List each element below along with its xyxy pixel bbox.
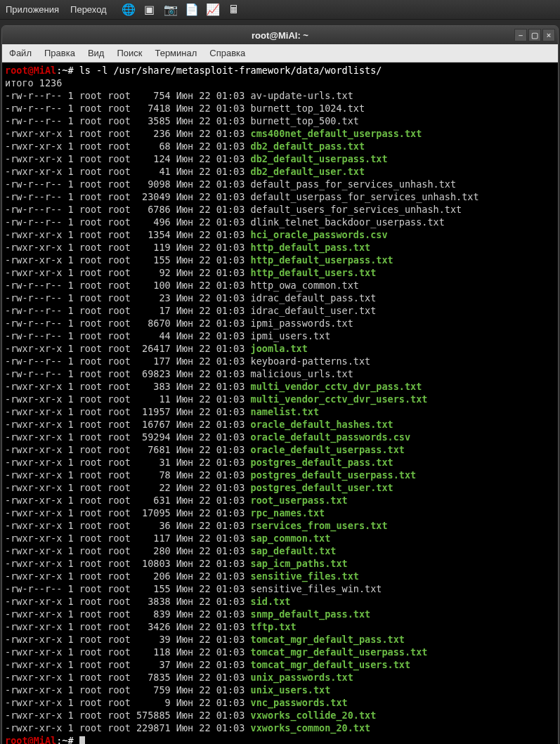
- file-row: -rw-r--r-- 1 root root 6786 Июн 22 01:03…: [5, 203, 555, 216]
- file-name: root_userpass.txt: [251, 495, 348, 506]
- file-row: -rw-r--r-- 1 root root 9098 Июн 22 01:03…: [5, 178, 555, 190]
- file-name: postgres_default_userpass.txt: [251, 469, 417, 481]
- file-row: -rw-r--r-- 1 root root 754 Июн 22 01:03 …: [5, 89, 555, 102]
- close-button[interactable]: ×: [542, 29, 555, 41]
- file-row: -rw-r--r-- 1 root root 100 Июн 22 01:03 …: [5, 279, 555, 292]
- file-row: -rwxr-xr-x 1 root root 16767 Июн 22 01:0…: [5, 418, 555, 431]
- file-name: oracle_default_hashes.txt: [251, 419, 393, 430]
- file-name: postgres_default_user.txt: [251, 482, 393, 493]
- file-name: http_default_pass.txt: [251, 242, 371, 253]
- file-name: db2_default_pass.txt: [251, 141, 365, 152]
- file-row: -rw-r--r-- 1 root root 23049 Июн 22 01:0…: [5, 190, 555, 203]
- file-name: http_default_users.txt: [251, 267, 377, 278]
- camera-icon[interactable]: 📷: [163, 2, 178, 18]
- file-row: -rwxr-xr-x 1 root root 7835 Июн 22 01:03…: [5, 671, 555, 684]
- file-row: -rwxr-xr-x 1 root root 124 Июн 22 01:03 …: [5, 152, 555, 165]
- document-icon[interactable]: 📄: [184, 2, 200, 18]
- menu-edit[interactable]: Правка: [44, 48, 75, 58]
- file-row: -rwxr-xr-x 1 root root 68 Июн 22 01:03 d…: [5, 140, 555, 152]
- total-line: итого 1236: [5, 77, 555, 89]
- file-name: vnc_passwords.txt: [251, 697, 348, 708]
- file-row: -rwxr-xr-x 1 root root 575885 Июн 22 01:…: [5, 709, 555, 722]
- file-name: sensitive_files_win.txt: [251, 583, 382, 594]
- file-row: -rw-r--r-- 1 root root 155 Июн 22 01:03 …: [5, 582, 555, 595]
- file-row: -rwxr-xr-x 1 root root 92 Июн 22 01:03 h…: [5, 266, 555, 279]
- file-name: sap_default.txt: [251, 545, 337, 556]
- window-controls: – ▢ ×: [514, 29, 555, 41]
- file-row: -rwxr-xr-x 1 root root 155 Июн 22 01:03 …: [5, 254, 555, 266]
- file-row: -rw-r--r-- 1 root root 177 Июн 22 01:03 …: [5, 355, 555, 367]
- file-name: http_default_userpass.txt: [251, 254, 393, 266]
- file-name: vxworks_common_20.txt: [251, 722, 371, 733]
- file-row: -rwxr-xr-x 1 root root 11957 Июн 22 01:0…: [5, 405, 555, 418]
- file-row: -rw-r--r-- 1 root root 496 Июн 22 01:03 …: [5, 216, 555, 228]
- prompt-hash: #: [67, 735, 79, 744]
- file-row: -rw-r--r-- 1 root root 17 Июн 22 01:03 i…: [5, 304, 555, 317]
- prompt-user: root@MiAl: [5, 65, 56, 76]
- file-row: -rwxr-xr-x 1 root root 229871 Июн 22 01:…: [5, 722, 555, 734]
- file-name: malicious_urls.txt: [251, 368, 353, 379]
- file-name: default_pass_for_services_unhash.txt: [251, 178, 457, 190]
- terminal-icon[interactable]: ▣: [142, 2, 157, 18]
- panel-apps[interactable]: Приложения: [6, 4, 59, 15]
- file-name: vxworks_collide_20.txt: [251, 710, 377, 721]
- file-name: sid.txt: [251, 596, 291, 607]
- file-row: -rwxr-xr-x 1 root root 280 Июн 22 01:03 …: [5, 544, 555, 557]
- titlebar[interactable]: root@MiAl: ~ – ▢ ×: [2, 26, 558, 44]
- calculator-icon[interactable]: 🖩: [226, 2, 242, 18]
- menu-terminal[interactable]: Терминал: [155, 48, 197, 58]
- menu-search[interactable]: Поиск: [117, 48, 142, 58]
- file-name: rpc_names.txt: [251, 507, 325, 518]
- file-name: oracle_default_userpass.txt: [251, 444, 405, 455]
- file-row: -rwxr-xr-x 1 root root 839 Июн 22 01:03 …: [5, 608, 555, 620]
- file-name: idrac_default_pass.txt: [251, 292, 377, 304]
- file-name: burnett_top_500.txt: [251, 115, 359, 126]
- file-name: dlink_telnet_backdoor_userpass.txt: [251, 216, 445, 228]
- monitor-icon[interactable]: 📈: [205, 2, 221, 18]
- file-row: -rwxr-xr-x 1 root root 7681 Июн 22 01:03…: [5, 443, 555, 456]
- panel-go[interactable]: Переход: [70, 4, 107, 15]
- file-row: -rwxr-xr-x 1 root root 26417 Июн 22 01:0…: [5, 342, 555, 355]
- file-row: -rwxr-xr-x 1 root root 78 Июн 22 01:03 p…: [5, 469, 555, 481]
- maximize-button[interactable]: ▢: [528, 29, 541, 41]
- menu-view[interactable]: Вид: [88, 48, 105, 58]
- file-row: -rwxr-xr-x 1 root root 117 Июн 22 01:03 …: [5, 532, 555, 544]
- file-row: -rw-r--r-- 1 root root 7418 Июн 22 01:03…: [5, 102, 555, 115]
- panel-icons: 🌐 ▣ 📷 📄 📈 🖩: [121, 2, 242, 18]
- prompt-line-2: root@MiAl:~#: [5, 734, 555, 744]
- file-row: -rwxr-xr-x 1 root root 10803 Июн 22 01:0…: [5, 557, 555, 570]
- file-name: multi_vendor_cctv_dvr_pass.txt: [251, 381, 422, 392]
- file-name: ipmi_users.txt: [251, 330, 331, 341]
- menu-file[interactable]: Файл: [9, 48, 32, 58]
- file-row: -rwxr-xr-x 1 root root 11 Июн 22 01:03 m…: [5, 393, 555, 405]
- file-row: -rwxr-xr-x 1 root root 631 Июн 22 01:03 …: [5, 494, 555, 507]
- terminal-body[interactable]: root@MiAl:~# ls -l /usr/share/metasploit…: [2, 63, 558, 744]
- file-row: -rwxr-xr-x 1 root root 39 Июн 22 01:03 t…: [5, 633, 555, 646]
- globe-icon[interactable]: 🌐: [121, 2, 136, 18]
- file-name: default_userpass_for_services_unhash.txt: [251, 191, 479, 202]
- file-name: postgres_default_pass.txt: [251, 457, 393, 468]
- file-row: -rwxr-xr-x 1 root root 17095 Июн 22 01:0…: [5, 507, 555, 519]
- file-name: av-update-urls.txt: [251, 90, 353, 101]
- file-row: -rwxr-xr-x 1 root root 206 Июн 22 01:03 …: [5, 570, 555, 582]
- file-name: db2_default_userpass.txt: [251, 153, 388, 164]
- file-row: -rwxr-xr-x 1 root root 3426 Июн 22 01:03…: [5, 620, 555, 633]
- file-row: -rw-r--r-- 1 root root 3585 Июн 22 01:03…: [5, 115, 555, 127]
- file-row: -rw-r--r-- 1 root root 23 Июн 22 01:03 i…: [5, 292, 555, 304]
- file-name: tftp.txt: [251, 621, 297, 632]
- file-name: cms400net_default_userpass.txt: [251, 128, 422, 139]
- prompt-hash: #: [67, 65, 79, 76]
- minimize-button[interactable]: –: [514, 29, 527, 41]
- file-name: http_owa_common.txt: [251, 280, 359, 291]
- file-name: default_users_for_services_unhash.txt: [251, 204, 462, 215]
- file-name: rservices_from_users.txt: [251, 520, 388, 531]
- cursor: [79, 736, 85, 744]
- file-name: namelist.txt: [251, 406, 320, 417]
- menu-help[interactable]: Справка: [209, 48, 245, 58]
- window-title: root@MiAl: ~: [252, 30, 308, 41]
- file-name: sensitive_files.txt: [251, 570, 359, 582]
- file-row: -rw-r--r-- 1 root root 69823 Июн 22 01:0…: [5, 367, 555, 380]
- file-name: burnett_top_1024.txt: [251, 103, 365, 114]
- file-name: tomcat_mgr_default_userpass.txt: [251, 646, 428, 658]
- file-name: unix_passwords.txt: [251, 672, 353, 683]
